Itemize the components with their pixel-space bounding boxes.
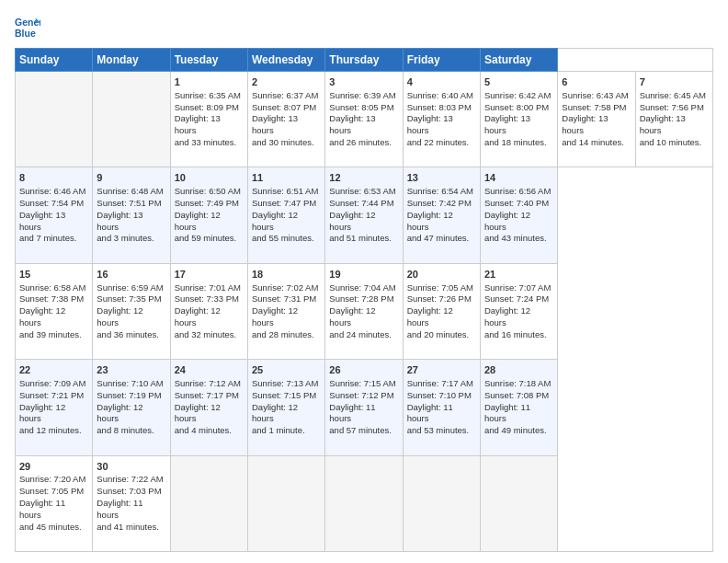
calendar-cell: 26Sunrise: 7:15 AMSunset: 7:12 PMDayligh…	[325, 360, 403, 455]
calendar-week-1: 8Sunrise: 6:46 AMSunset: 7:54 PMDaylight…	[16, 167, 713, 263]
calendar-cell: 30Sunrise: 7:22 AMSunset: 7:03 PMDayligh…	[93, 455, 170, 551]
day-number: 13	[407, 171, 476, 185]
weekday-header-sunday: Sunday	[16, 49, 93, 72]
calendar-cell: 11Sunrise: 6:51 AMSunset: 7:47 PMDayligh…	[247, 167, 324, 263]
calendar-cell: 18Sunrise: 7:02 AMSunset: 7:31 PMDayligh…	[247, 263, 324, 359]
calendar-cell: 16Sunrise: 6:59 AMSunset: 7:35 PMDayligh…	[93, 263, 170, 359]
calendar-cell: 25Sunrise: 7:13 AMSunset: 7:15 PMDayligh…	[247, 360, 324, 455]
calendar-cell: 23Sunrise: 7:10 AMSunset: 7:19 PMDayligh…	[93, 360, 170, 455]
day-number: 12	[329, 171, 398, 185]
day-number: 30	[97, 460, 165, 474]
page: General Blue SundayMondayTuesdayWednesda…	[0, 0, 728, 563]
day-number: 20	[407, 268, 476, 282]
day-number: 25	[252, 363, 321, 377]
day-number: 7	[640, 75, 709, 89]
calendar-table: SundayMondayTuesdayWednesdayThursdayFrid…	[15, 48, 713, 552]
calendar-cell: 27Sunrise: 7:17 AMSunset: 7:10 PMDayligh…	[403, 360, 480, 455]
day-number: 8	[19, 171, 88, 185]
day-number: 2	[252, 75, 321, 89]
calendar-cell: 22Sunrise: 7:09 AMSunset: 7:21 PMDayligh…	[16, 360, 93, 455]
calendar-cell: 10Sunrise: 6:50 AMSunset: 7:49 PMDayligh…	[170, 167, 247, 263]
calendar-cell	[16, 72, 93, 167]
weekday-header-saturday: Saturday	[480, 49, 557, 72]
day-number: 24	[175, 363, 244, 377]
day-number: 3	[329, 75, 398, 89]
day-number: 15	[19, 268, 88, 282]
calendar-cell: 9Sunrise: 6:48 AMSunset: 7:51 PMDaylight…	[93, 167, 170, 263]
calendar-cell: 28Sunrise: 7:18 AMSunset: 7:08 PMDayligh…	[480, 360, 557, 455]
day-number: 11	[252, 171, 321, 185]
calendar-cell: 1Sunrise: 6:35 AMSunset: 8:09 PMDaylight…	[170, 72, 247, 167]
day-number: 16	[97, 268, 165, 282]
day-number: 19	[329, 268, 398, 282]
calendar-cell: 14Sunrise: 6:56 AMSunset: 7:40 PMDayligh…	[480, 167, 557, 263]
calendar-cell: 6Sunrise: 6:43 AMSunset: 7:58 PMDaylight…	[558, 72, 635, 167]
day-number: 28	[484, 363, 553, 377]
day-number: 9	[97, 171, 165, 185]
calendar-cell	[403, 455, 480, 551]
calendar-cell	[170, 455, 247, 551]
logo: General Blue	[15, 15, 40, 40]
day-number: 5	[484, 75, 553, 89]
day-number: 14	[484, 171, 553, 185]
calendar-cell: 2Sunrise: 6:37 AMSunset: 8:07 PMDaylight…	[247, 72, 324, 167]
header: General Blue	[15, 15, 713, 40]
calendar-cell: 15Sunrise: 6:58 AMSunset: 7:38 PMDayligh…	[16, 263, 93, 359]
calendar-week-0: 1Sunrise: 6:35 AMSunset: 8:09 PMDaylight…	[16, 72, 713, 167]
calendar-cell	[480, 455, 557, 551]
day-number: 6	[562, 75, 631, 89]
day-number: 17	[175, 268, 244, 282]
calendar-cell: 12Sunrise: 6:53 AMSunset: 7:44 PMDayligh…	[325, 167, 403, 263]
calendar-cell: 13Sunrise: 6:54 AMSunset: 7:42 PMDayligh…	[403, 167, 480, 263]
calendar-week-3: 22Sunrise: 7:09 AMSunset: 7:21 PMDayligh…	[16, 360, 713, 455]
calendar-cell: 24Sunrise: 7:12 AMSunset: 7:17 PMDayligh…	[170, 360, 247, 455]
calendar-cell	[93, 72, 170, 167]
calendar-cell	[247, 455, 324, 551]
calendar-cell: 29Sunrise: 7:20 AMSunset: 7:05 PMDayligh…	[16, 455, 93, 551]
calendar-week-4: 29Sunrise: 7:20 AMSunset: 7:05 PMDayligh…	[16, 455, 713, 551]
weekday-header-tuesday: Tuesday	[170, 49, 247, 72]
day-number: 27	[407, 363, 476, 377]
day-number: 18	[252, 268, 321, 282]
day-number: 23	[97, 363, 165, 377]
calendar-week-2: 15Sunrise: 6:58 AMSunset: 7:38 PMDayligh…	[16, 263, 713, 359]
weekday-header-wednesday: Wednesday	[247, 49, 324, 72]
weekday-header-monday: Monday	[93, 49, 170, 72]
calendar-cell: 3Sunrise: 6:39 AMSunset: 8:05 PMDaylight…	[325, 72, 403, 167]
day-number: 29	[19, 460, 88, 474]
day-number: 26	[329, 363, 398, 377]
calendar-cell: 7Sunrise: 6:45 AMSunset: 7:56 PMDaylight…	[635, 72, 712, 167]
day-number: 4	[407, 75, 476, 89]
calendar-cell: 8Sunrise: 6:46 AMSunset: 7:54 PMDaylight…	[16, 167, 93, 263]
calendar-cell: 5Sunrise: 6:42 AMSunset: 8:00 PMDaylight…	[480, 72, 557, 167]
calendar-cell: 4Sunrise: 6:40 AMSunset: 8:03 PMDaylight…	[403, 72, 480, 167]
svg-text:Blue: Blue	[15, 28, 36, 39]
day-number: 21	[484, 268, 553, 282]
day-number: 10	[175, 171, 244, 185]
calendar-cell: 21Sunrise: 7:07 AMSunset: 7:24 PMDayligh…	[480, 263, 557, 359]
calendar-cell	[325, 455, 403, 551]
weekday-header-friday: Friday	[403, 49, 480, 72]
weekday-header-thursday: Thursday	[325, 49, 403, 72]
day-number: 22	[19, 363, 88, 377]
calendar-cell: 19Sunrise: 7:04 AMSunset: 7:28 PMDayligh…	[325, 263, 403, 359]
logo-icon: General Blue	[15, 15, 40, 40]
calendar-cell: 17Sunrise: 7:01 AMSunset: 7:33 PMDayligh…	[170, 263, 247, 359]
calendar-cell: 20Sunrise: 7:05 AMSunset: 7:26 PMDayligh…	[403, 263, 480, 359]
day-number: 1	[175, 75, 244, 89]
